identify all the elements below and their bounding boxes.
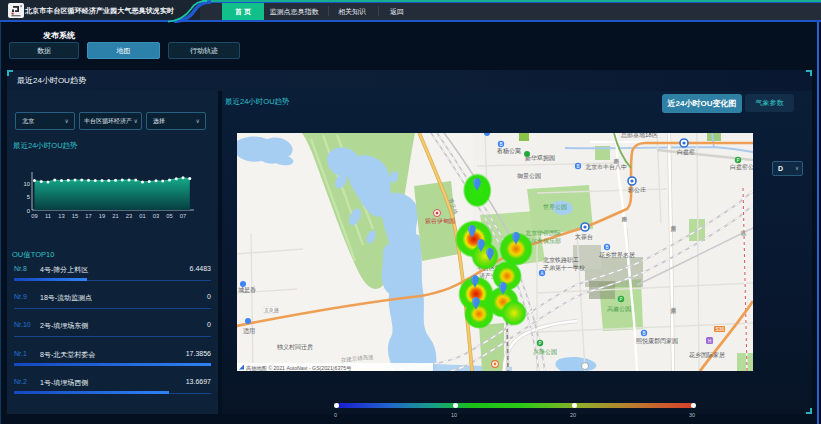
svg-text:京良路: 京良路	[264, 307, 279, 313]
svg-text:看杨公寓: 看杨公寓	[496, 147, 521, 155]
svg-text:白盆窑公园: 白盆窑公园	[730, 163, 753, 171]
svg-text:19: 19	[99, 213, 105, 219]
svg-text:世界公园: 世界公园	[543, 204, 567, 211]
svg-text:03: 03	[153, 213, 159, 219]
svg-text:大葆台: 大葆台	[575, 233, 593, 241]
svg-text:花乡国际家居: 花乡国际家居	[689, 351, 725, 359]
svg-text:兴隆公园: 兴隆公园	[533, 348, 557, 356]
svg-text:子弟第十一学校: 子弟第十一学校	[542, 264, 585, 272]
svg-text:10: 10	[24, 181, 30, 187]
svg-text:白盆窑: 白盆窑	[677, 148, 695, 156]
svg-text:01: 01	[139, 213, 145, 219]
svg-text:北京华侨国际: 北京华侨国际	[525, 229, 561, 237]
svg-text:高鑫公园: 高鑫公园	[607, 305, 631, 313]
svg-text:05: 05	[166, 213, 172, 219]
svg-text:B: B	[499, 142, 502, 147]
svg-text:B: B	[642, 331, 645, 336]
svg-text:23: 23	[126, 213, 132, 219]
svg-text:B: B	[605, 245, 608, 250]
svg-text:郭公庄: 郭公庄	[627, 186, 646, 194]
svg-text:北京市丰台八中: 北京市丰台八中	[585, 163, 627, 171]
svg-text:B: B	[576, 164, 579, 169]
svg-text:紫谷伊甸园: 紫谷伊甸园	[424, 217, 455, 225]
svg-text:北京铁路职工: 北京铁路职工	[543, 256, 579, 264]
svg-text:P: P	[538, 341, 541, 346]
svg-text:17: 17	[85, 213, 91, 219]
svg-text:城是香: 城是香	[238, 286, 256, 294]
svg-text:0: 0	[27, 208, 30, 214]
svg-text:御景公园: 御景公园	[517, 173, 541, 180]
svg-text:高德地图 © 2021 AutoNavi - GS(2021: 高德地图 © 2021 AutoNavi - GS(2021)6375号	[246, 365, 351, 372]
svg-text:H: H	[708, 339, 711, 344]
svg-text:11: 11	[45, 213, 51, 219]
svg-text:21: 21	[112, 213, 118, 219]
svg-text:熙悦康郡闫家园: 熙悦康郡闫家园	[636, 337, 678, 345]
svg-text:A: A	[540, 271, 543, 276]
svg-text:独义村回迁房: 独义村回迁房	[276, 343, 313, 351]
svg-text:花乡世界名居: 花乡世界名居	[599, 252, 635, 259]
svg-text:09: 09	[31, 213, 37, 219]
svg-text:07: 07	[180, 213, 186, 219]
svg-text:5: 5	[27, 194, 30, 200]
svg-text:15: 15	[72, 213, 78, 219]
svg-text:S36: S36	[716, 326, 725, 332]
svg-text:P: P	[736, 158, 739, 163]
svg-text:P: P	[619, 297, 622, 302]
svg-text:适用: 适用	[243, 328, 255, 335]
svg-text:13: 13	[58, 213, 64, 219]
